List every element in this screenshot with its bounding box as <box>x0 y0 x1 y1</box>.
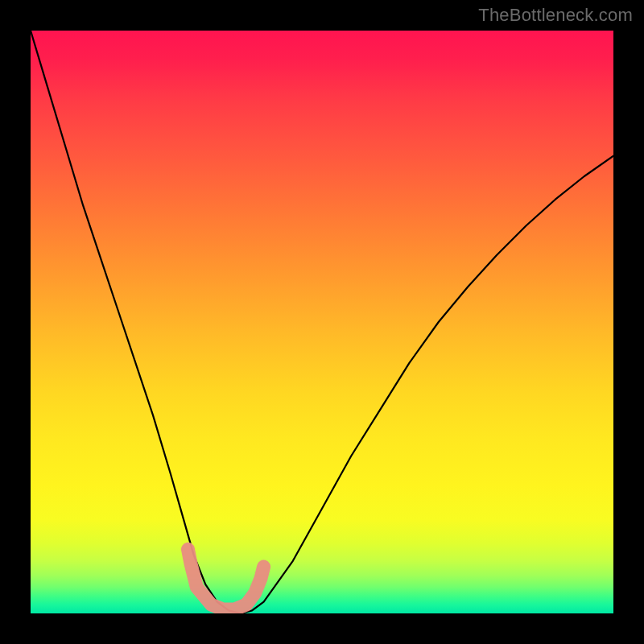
chart-svg <box>31 31 613 613</box>
plot-area <box>31 31 613 613</box>
chart-frame: TheBottleneck.com <box>0 0 644 644</box>
bottleneck-curve <box>31 31 613 613</box>
watermark-text: TheBottleneck.com <box>478 5 633 26</box>
marker-trace <box>188 549 263 609</box>
